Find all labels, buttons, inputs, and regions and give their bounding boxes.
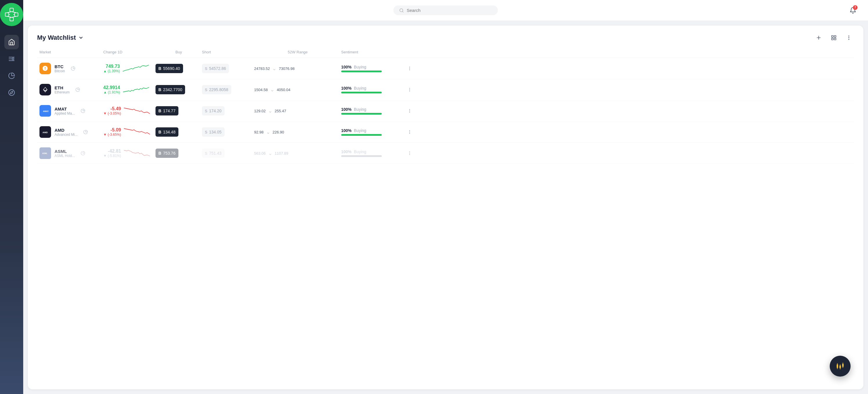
- buy-button-asml[interactable]: B 753.76: [155, 149, 178, 158]
- sentiment-pct: 100%: [341, 149, 351, 154]
- short-button-amat[interactable]: S 174.20: [202, 106, 224, 116]
- buy-button-btc[interactable]: B 55690.40: [155, 64, 183, 73]
- svg-rect-20: [832, 36, 834, 37]
- buy-label: B: [158, 66, 161, 71]
- sidebar-item-explore[interactable]: [4, 85, 19, 100]
- short-button-amd[interactable]: S 134.05: [202, 127, 224, 137]
- sentiment-bar-container: [341, 70, 382, 72]
- market-cell-asml: ASML ASML ASML Hold...: [39, 147, 103, 159]
- watchlist-header: My Watchlist: [37, 32, 854, 43]
- dots-icon: [407, 66, 412, 71]
- row-more-button-eth[interactable]: [405, 85, 414, 94]
- sentiment-label: Buying: [354, 86, 366, 91]
- sentiment-cell-btc: 100% Buying: [341, 65, 405, 72]
- sentiment-bar: [341, 113, 382, 115]
- buy-cell-eth: B 2342.7700: [155, 85, 202, 94]
- home-icon: [8, 38, 15, 46]
- buy-button-amat[interactable]: B 174.77: [155, 106, 178, 116]
- sidebar-item-home[interactable]: [4, 35, 19, 49]
- sentiment-bar: [341, 92, 382, 93]
- range-low: 24783.52: [254, 66, 270, 71]
- svg-text:AMAT: AMAT: [43, 110, 49, 113]
- more-options-button[interactable]: [844, 32, 854, 43]
- svg-text:ASML: ASML: [42, 152, 47, 154]
- pie-small-icon: [81, 109, 85, 113]
- short-label: S: [205, 130, 208, 134]
- buy-price: 174.77: [163, 109, 176, 113]
- change-cell-amd: -5.09 ▼ (-3.65%): [103, 127, 155, 137]
- table-row: AMD AMD Advanced Mi... -5.09 ▼ (-3.65%): [37, 122, 854, 143]
- pie-small-icon: [81, 151, 85, 155]
- table-row: ETH Ethereum 42.9914 ▲ (1.91%): [37, 79, 854, 100]
- svg-line-6: [7, 16, 11, 18]
- chevron-down-icon: [78, 35, 84, 40]
- range-low: 1504.58: [254, 88, 268, 92]
- svg-point-44: [409, 132, 410, 132]
- asset-info-amat: AMAT Applied Ma...: [55, 107, 75, 116]
- mini-chart-btc: [123, 63, 149, 74]
- buy-cell-amat: B 174.77: [155, 106, 202, 116]
- trading-fab[interactable]: [830, 356, 850, 376]
- sidebar-item-watchlist[interactable]: [4, 52, 19, 66]
- sentiment-bar-container: [341, 92, 382, 93]
- svg-point-39: [409, 111, 410, 111]
- sidebar-item-portfolio[interactable]: [4, 68, 19, 83]
- short-price: 134.05: [209, 130, 222, 134]
- notification-button[interactable]: 7: [847, 5, 859, 16]
- short-price: 751.43: [209, 151, 222, 155]
- short-cell-amat: S 174.20: [202, 106, 254, 116]
- row-more-button-amd[interactable]: [405, 127, 414, 137]
- short-button-btc[interactable]: S 54572.86: [202, 64, 229, 73]
- market-cell-eth: ETH Ethereum: [39, 84, 103, 95]
- short-button-eth[interactable]: S 2295.8058: [202, 85, 231, 94]
- sentiment-cell-amat: 100% Buying: [341, 107, 405, 115]
- asset-info-btc: BTC Bitcoin: [55, 64, 65, 73]
- sentiment-bar-container: [341, 134, 382, 136]
- svg-point-14: [9, 90, 14, 95]
- svg-rect-0: [10, 8, 13, 11]
- pie-small-icon: [71, 66, 75, 71]
- row-more-button-btc[interactable]: [405, 64, 414, 73]
- notification-badge: 7: [853, 5, 858, 10]
- change-amount: 749.73: [105, 64, 120, 69]
- buy-price: 134.48: [163, 130, 176, 134]
- svg-rect-21: [834, 36, 836, 37]
- table-row: ₿ BTC Bitcoin 749.73 ▲ (1.39%): [37, 58, 854, 79]
- short-button-asml[interactable]: S 751.43: [202, 149, 224, 158]
- svg-line-5: [11, 11, 16, 13]
- asset-icon-btc: ₿: [39, 63, 51, 74]
- col-sentiment: Sentiment: [341, 50, 405, 54]
- plus-icon: [816, 35, 822, 41]
- buy-button-amd[interactable]: B 134.48: [155, 127, 178, 137]
- buy-cell-asml: B 753.76: [155, 149, 202, 158]
- table-row: ASML ASML ASML Hold... -42.81 ▼ (-5.81%): [37, 143, 854, 164]
- svg-text:AMD: AMD: [42, 131, 48, 134]
- range-cell-amd: 92.98 ⌄ 226.90: [254, 129, 341, 135]
- svg-rect-54: [840, 366, 841, 368]
- search-input[interactable]: [407, 8, 492, 13]
- search-bar[interactable]: [393, 5, 498, 15]
- row-more-button-amat[interactable]: [405, 106, 414, 116]
- change-pct: ▼ (-3.65%): [103, 132, 121, 137]
- grid-view-button[interactable]: [829, 32, 839, 43]
- short-price: 54572.86: [209, 66, 226, 71]
- sentiment-label: Buying: [354, 149, 366, 154]
- change-pct: ▼ (-5.81%): [103, 154, 121, 158]
- asset-name: Ethereum: [55, 90, 70, 94]
- short-label: S: [205, 151, 208, 155]
- watchlist-title-button[interactable]: My Watchlist: [37, 34, 84, 41]
- table-row: AMAT AMAT Applied Ma... -5.49 ▼ (-3.05%): [37, 100, 854, 122]
- svg-point-35: [409, 91, 410, 91]
- sentiment-bar: [341, 155, 382, 157]
- short-label: S: [205, 88, 208, 92]
- add-watchlist-button[interactable]: [813, 32, 824, 43]
- svg-line-17: [402, 11, 403, 12]
- buy-button-eth[interactable]: B 2342.7700: [155, 85, 185, 94]
- row-more-button-asml[interactable]: [405, 149, 414, 158]
- change-amount: -5.09: [111, 127, 121, 132]
- col-change1d: Change 1D: [103, 50, 155, 54]
- dots-icon: [407, 151, 412, 155]
- range-cell-amat: 129.02 ⌄ 255.47: [254, 108, 341, 114]
- svg-point-28: [409, 67, 410, 67]
- svg-point-49: [409, 153, 410, 153]
